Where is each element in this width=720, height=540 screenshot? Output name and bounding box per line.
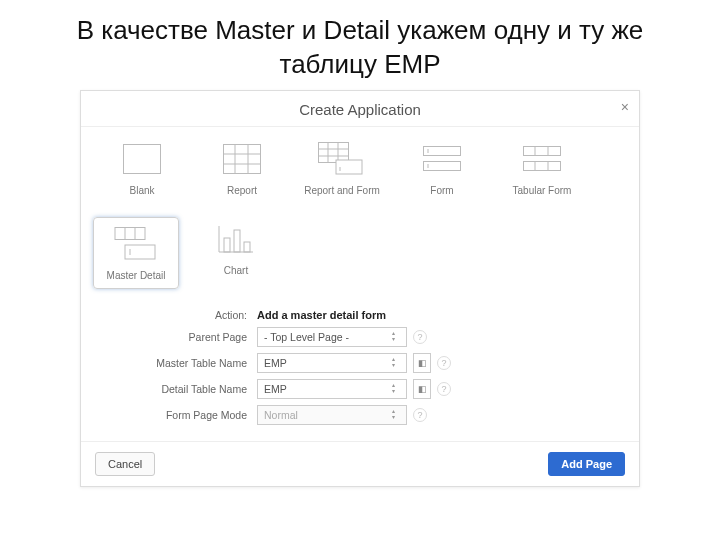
form-page-mode-label: Form Page Mode [101,409,251,421]
dialog-header: Create Application × [81,91,639,127]
row-form-page-mode: Form Page Mode Normal ▴▾ ? [101,405,619,425]
svg-rect-1 [224,144,261,173]
stepper-icon: ▴▾ [386,331,400,342]
chart-icon [204,217,268,261]
tile-form[interactable]: Form [399,137,485,197]
svg-rect-14 [424,161,461,170]
tile-label: Report and Form [299,185,385,197]
tile-label: Tabular Form [499,185,585,197]
tile-label: Master Detail [94,270,178,282]
parent-page-select[interactable]: - Top Level Page - ▴▾ [257,327,407,347]
tabular-form-icon [510,137,574,181]
svg-rect-13 [424,146,461,155]
help-icon[interactable]: ? [413,408,427,422]
master-table-label: Master Table Name [101,357,251,369]
tile-label: Form [399,185,485,197]
tile-report-and-form[interactable]: Report and Form [299,137,385,197]
master-table-value: EMP [264,354,287,372]
lov-button[interactable]: ◧ [413,353,431,373]
form-page-mode-value: Normal [264,406,298,424]
master-detail-icon [104,222,168,266]
parent-page-value: - Top Level Page - [264,328,349,346]
svg-rect-23 [115,227,145,239]
tile-label: Report [199,185,285,197]
form-page-mode-select[interactable]: Normal ▴▾ [257,405,407,425]
dialog-title: Create Application [299,101,421,118]
svg-rect-0 [124,144,161,173]
master-table-input[interactable]: EMP ▴▾ [257,353,407,373]
add-page-button[interactable]: Add Page [548,452,625,476]
action-label: Action: [101,309,251,321]
help-icon[interactable]: ? [413,330,427,344]
cancel-button[interactable]: Cancel [95,452,155,476]
stepper-icon: ▴▾ [386,357,400,368]
tile-label: Chart [193,265,279,277]
detail-table-input[interactable]: EMP ▴▾ [257,379,407,399]
close-icon[interactable]: × [621,99,629,115]
tile-label: Blank [99,185,185,197]
row-action: Action: Add a master detail form [101,309,619,321]
help-icon[interactable]: ? [437,382,451,396]
create-application-dialog: Create Application × Blank Report Report… [80,90,640,487]
tile-tabular-form[interactable]: Tabular Form [499,137,585,197]
form-area: Action: Add a master detail form Parent … [81,295,639,442]
tile-report[interactable]: Report [199,137,285,197]
slide-title: В качестве Master и Detail укажем одну и… [30,14,690,82]
report-icon [210,137,274,181]
tile-chart[interactable]: Chart [193,217,279,289]
svg-rect-30 [224,238,230,252]
svg-rect-32 [244,242,250,252]
tile-master-detail[interactable]: Master Detail [93,217,179,289]
parent-page-label: Parent Page [101,331,251,343]
svg-rect-17 [524,146,561,155]
row-detail-table: Detail Table Name EMP ▴▾ ◧ ? [101,379,619,399]
dialog-footer: Cancel Add Page [81,442,639,486]
svg-rect-18 [524,161,561,170]
form-icon [410,137,474,181]
detail-table-label: Detail Table Name [101,383,251,395]
tile-blank[interactable]: Blank [99,137,185,197]
lov-button[interactable]: ◧ [413,379,431,399]
stepper-icon: ▴▾ [386,409,400,420]
svg-rect-31 [234,230,240,252]
blank-icon [110,137,174,181]
page-type-tiles: Blank Report Report and Form Form Tabula… [81,127,639,295]
stepper-icon: ▴▾ [386,383,400,394]
help-icon[interactable]: ? [437,356,451,370]
row-parent-page: Parent Page - Top Level Page - ▴▾ ? [101,327,619,347]
report-form-icon [310,137,374,181]
action-value: Add a master detail form [257,309,386,321]
row-master-table: Master Table Name EMP ▴▾ ◧ ? [101,353,619,373]
detail-table-value: EMP [264,380,287,398]
